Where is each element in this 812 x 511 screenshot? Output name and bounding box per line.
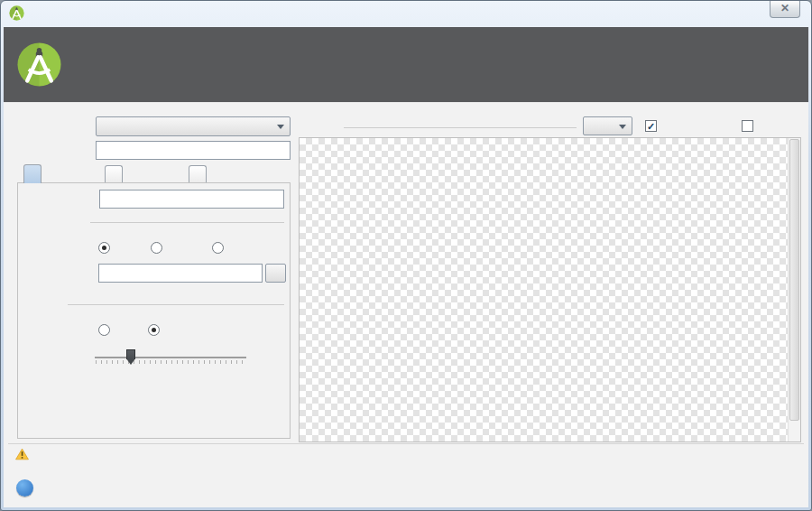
preview-canvas (299, 137, 801, 442)
source-asset-divider (90, 222, 284, 223)
trim-radio-yes[interactable] (98, 324, 110, 336)
density-dropdown[interactable] (583, 116, 632, 135)
layer-name-input[interactable] (99, 190, 284, 209)
help-button[interactable] (16, 479, 33, 497)
warning-icon (15, 448, 29, 464)
header-banner (4, 27, 808, 102)
tab-foreground-layer[interactable] (23, 164, 42, 183)
asset-type-radio-clipart[interactable] (151, 242, 162, 254)
show-grid-checkbox[interactable] (742, 120, 753, 132)
show-safe-zone-checkbox[interactable] (645, 120, 657, 132)
chevron-down-icon (619, 125, 626, 129)
path-input[interactable] (98, 264, 263, 283)
preview-divider (344, 127, 577, 128)
asset-studio-window: ✕ (0, 0, 812, 511)
chevron-down-icon (277, 125, 284, 129)
preview-scrollbar[interactable] (788, 138, 800, 441)
title-bar[interactable]: ✕ (1, 1, 811, 25)
warning-separator (8, 443, 804, 444)
tab-legacy[interactable] (189, 165, 207, 183)
close-button[interactable]: ✕ (770, 1, 800, 18)
resize-slider-track[interactable] (95, 357, 246, 358)
icon-type-dropdown[interactable] (96, 116, 291, 136)
resize-slider-ticks (96, 360, 246, 364)
browse-button[interactable] (265, 264, 286, 283)
name-input[interactable] (96, 141, 291, 160)
close-icon: ✕ (780, 2, 789, 14)
tab-background-layer[interactable] (105, 165, 123, 183)
android-studio-logo (17, 42, 61, 87)
main-surface (4, 102, 808, 507)
trim-radio-no[interactable] (148, 324, 160, 336)
preview-scrollbar-thumb[interactable] (789, 139, 799, 421)
asset-type-radio-image[interactable] (98, 242, 110, 254)
foreground-layer-panel (17, 182, 291, 439)
scaling-divider (68, 304, 284, 305)
asset-type-radio-text[interactable] (212, 242, 224, 254)
android-studio-icon (9, 5, 24, 21)
